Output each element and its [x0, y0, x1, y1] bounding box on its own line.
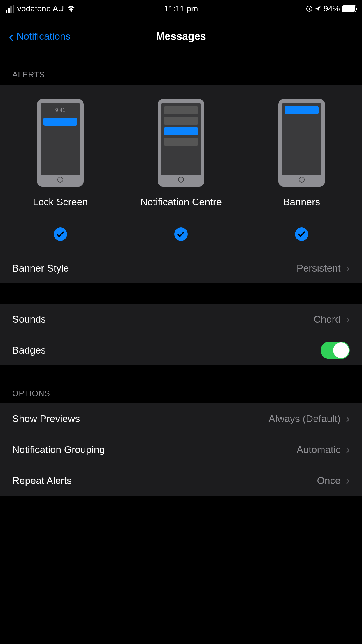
alert-type-notification-centre[interactable]: Notification Centre [121, 99, 241, 241]
cell-value: Automatic [296, 444, 340, 455]
chevron-right-icon: › [346, 474, 350, 487]
cell-label: Repeat Alerts [12, 475, 317, 486]
cell-label: Show Previews [12, 413, 268, 424]
alerts-panel: 9:41 Lock Screen Notification Centre [0, 85, 362, 284]
chevron-right-icon: › [346, 262, 350, 275]
repeat-alerts-row[interactable]: Repeat Alerts Once › [0, 465, 362, 496]
cell-label: Banner Style [12, 262, 296, 274]
chevron-right-icon: › [346, 313, 350, 326]
alerts-section-header: ALERTS [0, 55, 362, 85]
options-section-header: OPTIONS [0, 365, 362, 403]
chevron-right-icon: › [346, 443, 350, 456]
wifi-icon [67, 5, 75, 12]
alert-type-label: Lock Screen [33, 195, 88, 222]
back-label: Notifications [17, 31, 71, 42]
battery-pct-label: 94% [324, 4, 340, 13]
lock-screen-icon: 9:41 [37, 99, 84, 187]
page-title: Messages [156, 30, 206, 43]
back-button[interactable]: ‹ Notifications [9, 29, 71, 44]
cell-label: Badges [12, 344, 321, 356]
banners-icon [278, 99, 325, 187]
checkmark-icon [295, 228, 308, 241]
checkmark-icon [54, 228, 67, 241]
alert-type-lock-screen[interactable]: 9:41 Lock Screen [1, 99, 120, 241]
signal-icon [6, 5, 14, 13]
status-bar: vodafone AU 11:11 pm 94% [0, 0, 362, 18]
checkmark-icon [174, 228, 188, 241]
notification-grouping-row[interactable]: Notification Grouping Automatic › [0, 434, 362, 465]
cell-value: Chord [314, 314, 341, 325]
battery-icon [342, 5, 356, 12]
cell-value: Always (Default) [268, 413, 341, 424]
cell-value: Once [317, 475, 340, 486]
nav-bar: ‹ Notifications Messages [0, 18, 362, 55]
orientation-lock-icon [306, 6, 312, 12]
notification-centre-icon [158, 99, 204, 187]
badges-row: Badges [0, 335, 362, 365]
cell-label: Sounds [12, 314, 314, 325]
alert-type-banners[interactable]: Banners [242, 99, 361, 241]
show-previews-row[interactable]: Show Previews Always (Default) › [0, 403, 362, 434]
alert-type-label: Notification Centre [140, 195, 222, 222]
carrier-label: vodafone AU [17, 4, 64, 13]
cell-label: Notification Grouping [12, 444, 296, 455]
location-icon [315, 6, 321, 12]
chevron-left-icon: ‹ [9, 29, 14, 44]
clock-label: 11:11 pm [123, 4, 240, 13]
alert-type-label: Banners [283, 195, 320, 222]
badges-toggle[interactable] [321, 342, 350, 359]
cell-value: Persistent [296, 262, 340, 274]
sounds-row[interactable]: Sounds Chord › [0, 304, 362, 335]
banner-style-row[interactable]: Banner Style Persistent › [0, 253, 362, 284]
chevron-right-icon: › [346, 412, 350, 425]
